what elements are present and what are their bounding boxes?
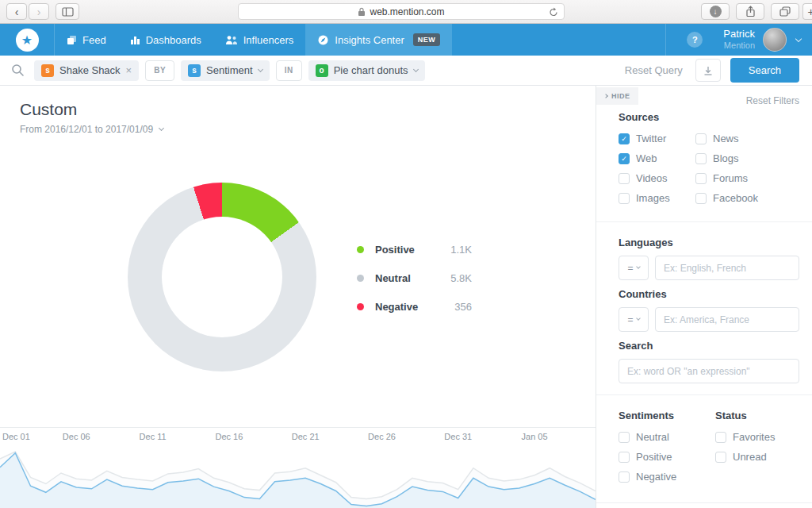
countries-operator-select[interactable]: = [619,307,649,332]
token-type-icon: o [316,64,328,77]
sentiment-donut-chart[interactable] [128,183,316,371]
chevron-down-icon[interactable] [795,35,802,41]
checkbox-news[interactable]: News [695,133,799,144]
checkbox-positive[interactable]: Positive [619,451,715,463]
checkbox-favorites[interactable]: Favorites [715,431,775,443]
close-icon[interactable]: × [126,64,132,76]
nav-user-area: ? Patrick Mention [665,24,812,56]
avatar[interactable] [763,28,787,52]
search-button[interactable]: Search [730,58,799,83]
timeline-area-chart [0,444,596,508]
checkbox-unchecked-icon[interactable] [695,193,707,204]
nav-item-insights-center[interactable]: Insights CenterNEW [305,24,452,56]
chevron-down-icon[interactable] [414,70,418,71]
export-button[interactable] [695,59,721,82]
hide-sidebar-button[interactable]: HIDE [596,87,638,105]
new-tab-button[interactable]: + [802,3,812,20]
checkbox-label: Images [636,192,670,204]
token-type-icon: s [188,64,201,77]
checkbox-unchecked-icon[interactable] [715,432,726,443]
status-checkboxes: FavoritesUnread [715,431,775,463]
feed-icon [67,35,77,45]
nav-item-label: Insights Center [335,34,404,46]
languages-title: Languages [619,237,799,248]
countries-title: Countries [619,288,799,300]
checkbox-twitter[interactable]: ✓Twitter [619,133,695,144]
sources-checkbox-grid: ✓TwitterNews✓WebBlogsVideosForumsImagesF… [619,133,799,204]
legend-value: 356 [454,301,472,313]
checkbox-unchecked-icon[interactable] [619,452,630,463]
checkbox-blogs[interactable]: Blogs [695,152,799,164]
legend-row-neutral[interactable]: Neutral5.8K [357,264,472,292]
url-text: web.mention.com [370,6,444,17]
nav-item-feed[interactable]: Feed [55,24,118,56]
token-label: Shake Shack [59,64,121,76]
checkbox-unchecked-icon[interactable] [695,153,707,164]
checkbox-web[interactable]: ✓Web [619,152,695,164]
checkbox-forums[interactable]: Forums [695,172,799,184]
query-token-shake-shack[interactable]: sShake Shack× [34,60,139,81]
status-column: Status FavoritesUnread [715,410,775,483]
query-operator-in[interactable]: IN [276,60,302,81]
show-tabs-button[interactable] [771,3,799,20]
checkbox-unchecked-icon[interactable] [619,471,630,483]
checkbox-negative[interactable]: Negative [619,471,715,483]
chevron-down-icon[interactable] [259,70,262,71]
countries-input[interactable] [655,307,799,332]
checkbox-unchecked-icon[interactable] [695,133,707,144]
legend-row-positive[interactable]: Positive1.1K [357,235,472,264]
checkbox-facebook[interactable]: Facebook [695,192,799,204]
browser-sidebar-toggle-button[interactable] [56,3,79,20]
timeline-chart[interactable]: Dec 01Dec 06Dec 11Dec 16Dec 21Dec 26Dec … [0,427,596,508]
date-range-selector[interactable]: From 2016/12/01 to 2017/01/09 [20,124,163,135]
checkbox-unread[interactable]: Unread [715,451,775,463]
downloads-button[interactable]: ↓ [701,3,730,20]
chart-legend: Positive1.1KNeutral5.8KNegative356 [357,235,472,321]
address-bar[interactable]: web.mention.com [238,3,565,20]
legend-row-negative[interactable]: Negative356 [357,292,472,321]
sentiments-checkboxes: NeutralPositiveNegative [619,431,715,483]
query-token-sentiment[interactable]: sSentiment [181,60,270,81]
query-operator-by[interactable]: BY [145,60,174,81]
checkbox-checked-icon[interactable]: ✓ [619,153,630,164]
checkbox-label: Web [636,152,657,164]
checkbox-neutral[interactable]: Neutral [619,431,715,443]
checkbox-label: Neutral [636,431,669,443]
download-circle-icon: ↓ [710,6,722,17]
new-badge: NEW [413,33,441,46]
languages-input[interactable] [655,256,799,280]
query-bar: sShake Shack×BYsSentimentINoPie chart do… [0,56,812,86]
timeline-tick-label: Dec 31 [444,432,472,441]
timeline-axis-labels: Dec 01Dec 06Dec 11Dec 16Dec 21Dec 26Dec … [0,428,596,444]
reload-icon [549,7,558,17]
checkbox-unchecked-icon[interactable] [619,193,630,204]
checkbox-images[interactable]: Images [619,192,695,204]
legend-dot-icon [357,275,364,282]
download-icon [703,65,714,76]
checkbox-unchecked-icon[interactable] [619,432,630,443]
checkbox-unchecked-icon[interactable] [695,173,707,184]
help-icon[interactable]: ? [687,32,703,48]
sentiments-column: Sentiments NeutralPositiveNegative [619,410,715,483]
tabs-icon [779,6,791,17]
checkbox-unchecked-icon[interactable] [715,452,726,463]
languages-operator-select[interactable]: = [619,256,649,280]
status-title: Status [715,410,775,421]
dashboards-icon [130,35,140,45]
checkbox-unchecked-icon[interactable] [619,173,630,184]
token-label: Sentiment [206,64,253,76]
query-token-pie-chart-donuts[interactable]: oPie chart donuts [308,60,425,81]
nav-item-dashboards[interactable]: Dashboards [118,24,213,56]
reset-filters-link[interactable]: Reset Filters [746,95,799,106]
reset-query-link[interactable]: Reset Query [625,64,683,76]
share-button[interactable] [736,3,764,20]
mention-logo[interactable]: ★ [0,29,54,52]
browser-forward-button[interactable]: › [29,3,49,20]
checkbox-label: Facebook [713,192,758,204]
search-filter-input[interactable] [619,359,799,383]
checkbox-checked-icon[interactable]: ✓ [619,133,630,144]
reload-button[interactable] [549,7,558,20]
nav-item-influencers[interactable]: Influencers [213,24,306,56]
browser-back-button[interactable]: ‹ [6,3,27,20]
checkbox-videos[interactable]: Videos [619,172,695,184]
